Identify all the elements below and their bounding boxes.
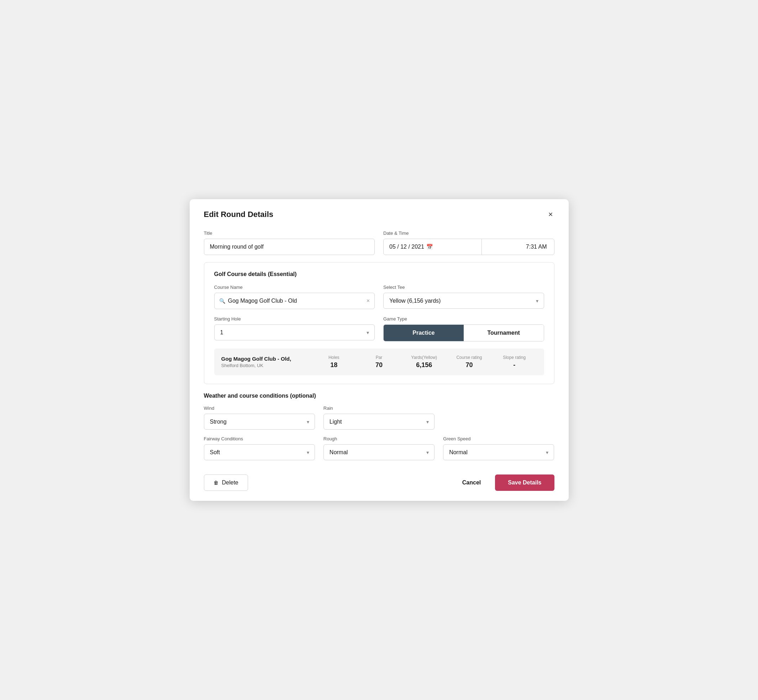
- edit-round-modal: Edit Round Details × Title Date & Time 0…: [190, 199, 568, 501]
- slope-rating-label: Slope rating: [492, 355, 537, 360]
- wind-label: Wind: [204, 405, 315, 411]
- game-type-group: Game Type Practice Tournament: [383, 316, 544, 341]
- datetime-group: Date & Time 05 / 12 / 2021 📅 7:31 AM: [383, 230, 554, 255]
- course-search-wrapper: 🔍 ×: [214, 293, 375, 309]
- course-name-group: Course Name 🔍 ×: [214, 284, 375, 309]
- title-input[interactable]: [204, 239, 375, 255]
- clear-course-icon[interactable]: ×: [366, 298, 370, 304]
- footer-right: Cancel Save Details: [459, 475, 554, 491]
- time-display[interactable]: 7:31 AM: [482, 239, 554, 255]
- par-label: Par: [357, 355, 402, 360]
- rain-group: Rain NoneLightModerateHeavy ▾: [324, 405, 434, 430]
- course-rating-label: Course rating: [446, 355, 492, 360]
- modal-body: Title Date & Time 05 / 12 / 2021 📅 7:31 …: [190, 227, 568, 460]
- calendar-icon: 📅: [426, 244, 433, 250]
- weather-section-title: Weather and course conditions (optional): [204, 393, 554, 399]
- wind-wrapper: CalmLightModerateStrongVery Strong ▾: [204, 414, 315, 430]
- hole-gametype-row: Starting Hole 1234 5678 910 ▾ Game Type: [214, 316, 544, 341]
- green-speed-dropdown[interactable]: SlowNormalFastVery Fast: [443, 444, 554, 460]
- course-info-box: Gog Magog Golf Club - Old, Shelford Bott…: [214, 348, 544, 375]
- course-tee-row: Course Name 🔍 × Select Tee Yellow (6,156…: [214, 284, 544, 309]
- rain-wrapper: NoneLightModerateHeavy ▾: [324, 414, 434, 430]
- delete-button[interactable]: 🗑 Delete: [204, 475, 248, 491]
- starting-hole-wrapper: 1234 5678 910 ▾: [214, 324, 375, 341]
- holes-label: Holes: [312, 355, 357, 360]
- trash-icon: 🗑: [213, 480, 219, 486]
- wind-rain-row: Wind CalmLightModerateStrongVery Strong …: [204, 405, 554, 430]
- modal-header: Edit Round Details ×: [190, 199, 568, 227]
- rough-group: Rough ShortNormalLong ▾: [324, 436, 434, 460]
- green-speed-group: Green Speed SlowNormalFastVery Fast ▾: [443, 436, 554, 460]
- golf-course-section: Golf Course details (Essential) Course N…: [204, 262, 554, 384]
- fairway-label: Fairway Conditions: [204, 436, 315, 441]
- green-speed-label: Green Speed: [443, 436, 554, 441]
- select-tee-wrapper: Yellow (6,156 yards) White Red Blue ▾: [383, 293, 544, 309]
- rough-wrapper: ShortNormalLong ▾: [324, 444, 434, 460]
- save-button[interactable]: Save Details: [495, 475, 554, 491]
- wind-dropdown[interactable]: CalmLightModerateStrongVery Strong: [204, 414, 315, 430]
- course-stat-slope: Slope rating -: [492, 355, 537, 369]
- course-name-input[interactable]: [214, 293, 375, 309]
- title-group: Title: [204, 230, 375, 255]
- rough-label: Rough: [324, 436, 434, 441]
- datetime-label: Date & Time: [383, 230, 554, 236]
- select-tee-group: Select Tee Yellow (6,156 yards) White Re…: [383, 284, 544, 309]
- yards-value: 6,156: [401, 361, 446, 369]
- course-rating-value: 70: [446, 361, 492, 369]
- green-speed-wrapper: SlowNormalFastVery Fast ▾: [443, 444, 554, 460]
- course-info-name: Gog Magog Golf Club - Old, Shelford Bott…: [221, 356, 312, 368]
- golf-course-section-title: Golf Course details (Essential): [214, 271, 544, 277]
- date-time-row: 05 / 12 / 2021 📅 7:31 AM: [383, 239, 554, 255]
- course-name-label: Course Name: [214, 284, 375, 290]
- tournament-button[interactable]: Tournament: [464, 325, 544, 341]
- time-value: 7:31 AM: [526, 244, 547, 250]
- game-type-label: Game Type: [383, 316, 544, 322]
- wind-group: Wind CalmLightModerateStrongVery Strong …: [204, 405, 315, 430]
- game-type-toggle: Practice Tournament: [383, 324, 544, 341]
- course-info-name-text: Gog Magog Golf Club - Old,: [221, 356, 312, 362]
- fairway-dropdown[interactable]: DryNormalSoftWet: [204, 444, 315, 460]
- course-stat-holes: Holes 18: [312, 355, 357, 369]
- starting-hole-label: Starting Hole: [214, 316, 375, 322]
- rain-label: Rain: [324, 405, 434, 411]
- starting-hole-group: Starting Hole 1234 5678 910 ▾: [214, 316, 375, 341]
- conditions-row: Fairway Conditions DryNormalSoftWet ▾ Ro…: [204, 436, 554, 460]
- holes-value: 18: [312, 361, 357, 369]
- search-icon: 🔍: [219, 298, 225, 304]
- close-button[interactable]: ×: [547, 209, 554, 220]
- title-datetime-row: Title Date & Time 05 / 12 / 2021 📅 7:31 …: [204, 230, 554, 255]
- delete-label: Delete: [222, 480, 238, 486]
- cancel-button[interactable]: Cancel: [459, 475, 484, 491]
- starting-hole-dropdown[interactable]: 1234 5678 910: [214, 324, 375, 341]
- par-value: 70: [357, 361, 402, 369]
- weather-section: Weather and course conditions (optional)…: [204, 393, 554, 460]
- yards-label: Yards(Yellow): [401, 355, 446, 360]
- rain-dropdown[interactable]: NoneLightModerateHeavy: [324, 414, 434, 430]
- fairway-group: Fairway Conditions DryNormalSoftWet ▾: [204, 436, 315, 460]
- slope-rating-value: -: [492, 361, 537, 369]
- fairway-wrapper: DryNormalSoftWet ▾: [204, 444, 315, 460]
- course-stat-rating: Course rating 70: [446, 355, 492, 369]
- date-value: 05 / 12 / 2021: [389, 244, 424, 250]
- modal-footer: 🗑 Delete Cancel Save Details: [190, 467, 568, 501]
- course-info-location: Shelford Bottom, UK: [221, 363, 312, 368]
- course-stat-par: Par 70: [357, 355, 402, 369]
- practice-button[interactable]: Practice: [384, 325, 464, 341]
- select-tee-dropdown[interactable]: Yellow (6,156 yards) White Red Blue: [383, 293, 544, 309]
- select-tee-label: Select Tee: [383, 284, 544, 290]
- date-display[interactable]: 05 / 12 / 2021 📅: [384, 239, 482, 255]
- title-label: Title: [204, 230, 375, 236]
- rough-dropdown[interactable]: ShortNormalLong: [324, 444, 434, 460]
- course-stat-yards: Yards(Yellow) 6,156: [401, 355, 446, 369]
- modal-title: Edit Round Details: [204, 210, 274, 219]
